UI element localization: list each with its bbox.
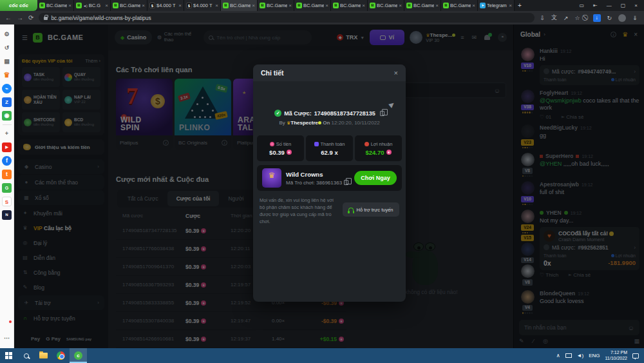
youtube-icon[interactable]: ▶ xyxy=(2,142,12,152)
browser-tab[interactable]: BBC.Game× xyxy=(258,0,294,11)
new-tab-button[interactable]: + xyxy=(515,0,525,11)
bcgame-favicon: B xyxy=(333,3,339,8)
tab-title: BC.Game xyxy=(303,3,324,8)
bet-author-line: By ♛Thespectre On 12:20:20, 10/11/2022 xyxy=(253,120,406,126)
browser-tab[interactable]: BBC.Game× xyxy=(111,0,147,11)
share-icon[interactable]: ▶ xyxy=(388,100,396,108)
browser-tab[interactable]: ➤Telegram× xyxy=(478,0,515,11)
copy-icon[interactable] xyxy=(344,180,348,185)
messenger-icon[interactable]: ⌁ xyxy=(2,84,12,93)
download-page-icon[interactable]: ⇩ xyxy=(540,15,545,21)
browser-tab[interactable]: BBC.Game× xyxy=(221,0,258,11)
coccoc-menu-button[interactable]: cốc cốc xyxy=(0,0,37,11)
browser-tab[interactable]: BBC.Game× xyxy=(331,0,368,11)
reload-button[interactable]: ⟳ xyxy=(28,14,33,21)
play-now-button[interactable]: Chơi Ngay xyxy=(354,171,397,185)
bet-author[interactable]: Thespectre xyxy=(290,120,318,126)
tab-close-icon[interactable]: × xyxy=(362,3,365,8)
browser-side-dock: ⚙↺▤♛⌁Z◉+▶ftGSN⋯ xyxy=(0,25,14,348)
volume-icon[interactable]: ◄) xyxy=(577,353,584,358)
add-icon[interactable]: + xyxy=(2,129,12,139)
screen: cốc cốc BBC.Game×B◄)BC.G×BBC.Game×$$4.00… xyxy=(0,0,644,363)
store-green-icon[interactable]: G xyxy=(2,183,12,193)
action-center-icon[interactable] xyxy=(632,353,639,358)
close-window-button[interactable]: × xyxy=(634,3,638,8)
browser-tab[interactable]: BBC.Game× xyxy=(368,0,404,11)
browser-tab[interactable]: B◄)BC.G× xyxy=(74,0,111,11)
tab-close-icon[interactable]: × xyxy=(289,3,292,8)
taskbar-clock[interactable]: 7:12 PM 11/10/2022 xyxy=(605,350,627,362)
browser-tab[interactable]: BBC.Game× xyxy=(404,0,441,11)
taskbar-search-icon[interactable] xyxy=(17,348,35,363)
windows-taskbar: c ∧ ◄) ENG 7:12 PM 11/10/2022 xyxy=(0,348,644,363)
settings-icon[interactable]: ⚙ xyxy=(2,30,12,39)
start-button[interactable] xyxy=(0,348,17,363)
dollar-favicon: $ xyxy=(186,3,192,8)
game-thumbnail[interactable] xyxy=(262,168,281,188)
minimize-button[interactable]: — xyxy=(607,3,612,8)
stat-cell: Thanh toán62.9 x xyxy=(306,135,353,161)
browser-tab[interactable]: BBC.Game× xyxy=(294,0,331,11)
history-icon[interactable]: ↺ xyxy=(2,43,12,53)
file-explorer-icon[interactable] xyxy=(35,348,52,363)
chrome-icon[interactable] xyxy=(52,348,70,363)
language-indicator[interactable]: ENG xyxy=(589,353,600,358)
network-icon[interactable] xyxy=(565,353,572,358)
tab-close-icon[interactable]: × xyxy=(252,3,255,8)
stat-cell: Lợi nhuận$24.70 xyxy=(355,135,402,161)
bet-details-modal: Chi tiết × ▶ ✓ Mã Cược: 1749085187347728… xyxy=(253,64,406,302)
bcgame-favicon: B xyxy=(406,3,412,8)
tiki-icon[interactable]: t xyxy=(2,170,12,179)
maximize-button[interactable]: ▢ xyxy=(621,3,626,8)
share-page-icon[interactable]: ↗ xyxy=(564,15,569,21)
vip-crown-icon[interactable]: ♛ xyxy=(2,70,12,80)
game-id-value: 386961363 xyxy=(316,180,342,186)
tab-search-icon[interactable]: ▭ xyxy=(580,3,585,8)
zalo-icon[interactable]: Z xyxy=(2,97,12,107)
tab-close-icon[interactable]: × xyxy=(178,3,182,8)
tab-close-icon[interactable]: × xyxy=(472,3,475,8)
tab-close-icon[interactable]: × xyxy=(435,3,439,8)
coccoc-taskbar-icon[interactable]: c xyxy=(70,348,87,363)
tab-audio-icon[interactable]: ◄) xyxy=(83,4,88,8)
tab-close-icon[interactable]: × xyxy=(325,3,328,8)
bcd-coin-icon xyxy=(287,150,292,155)
sidebar-toggle-icon[interactable]: ⇤ xyxy=(593,3,598,8)
more-icon[interactable]: ⋯ xyxy=(2,333,12,343)
browser-tab[interactable]: BBC.Game× xyxy=(37,0,74,11)
download-manager-icon[interactable]: ↓ xyxy=(593,14,601,22)
modal-close-icon[interactable]: × xyxy=(394,69,398,77)
copy-icon[interactable] xyxy=(380,111,384,116)
tab-close-icon[interactable]: × xyxy=(105,3,108,8)
stat-label: Thanh toán xyxy=(314,141,345,147)
browser-tab[interactable]: $$4.000 T× xyxy=(184,0,221,11)
downloads-tray-icon[interactable]: ⇓ xyxy=(632,15,638,21)
tab-strip: BBC.Game×B◄)BC.G×BBC.Game×$$4.000 T×$$4.… xyxy=(37,0,515,11)
feed-icon[interactable]: ▤ xyxy=(2,57,12,66)
tab-close-icon[interactable]: × xyxy=(399,3,402,8)
forward-button[interactable]: → xyxy=(17,14,23,21)
browser-tab[interactable]: BBC.Game× xyxy=(441,0,478,11)
shopee-icon[interactable]: S xyxy=(2,197,12,206)
sync-icon[interactable]: ↻ xyxy=(607,15,612,21)
url-text[interactable]: bc.game/vi/game/wild-crowns-by-platipus xyxy=(51,15,151,21)
browser-tab[interactable]: $$4.000 T× xyxy=(147,0,184,11)
tab-close-icon[interactable]: × xyxy=(142,3,145,8)
bcgame-favicon: B xyxy=(443,3,449,8)
translate-icon[interactable]: 文 xyxy=(551,14,557,22)
notifications-icon[interactable] xyxy=(2,320,12,329)
games-icon[interactable]: ◉ xyxy=(2,111,12,121)
bookmark-star-icon[interactable]: ☆ xyxy=(574,15,580,21)
tab-close-icon[interactable]: × xyxy=(68,3,71,8)
bet-id-label: Mã Cược: xyxy=(284,110,311,117)
bcgame-favicon: B xyxy=(113,3,118,8)
address-bar[interactable]: bc.game/vi/game/wild-crowns-by-platipus xyxy=(39,13,535,23)
tab-close-icon[interactable]: × xyxy=(215,3,218,8)
back-button[interactable]: ← xyxy=(5,14,12,21)
live-support-button[interactable]: Hỗ trợ trực tuyến xyxy=(343,202,399,217)
tray-expand-icon[interactable]: ∧ xyxy=(556,353,560,358)
app-dark-icon[interactable]: N xyxy=(2,210,12,220)
profile-avatar-icon[interactable] xyxy=(618,14,626,22)
facebook-icon[interactable]: f xyxy=(2,156,12,166)
tab-close-icon[interactable]: × xyxy=(509,3,512,8)
